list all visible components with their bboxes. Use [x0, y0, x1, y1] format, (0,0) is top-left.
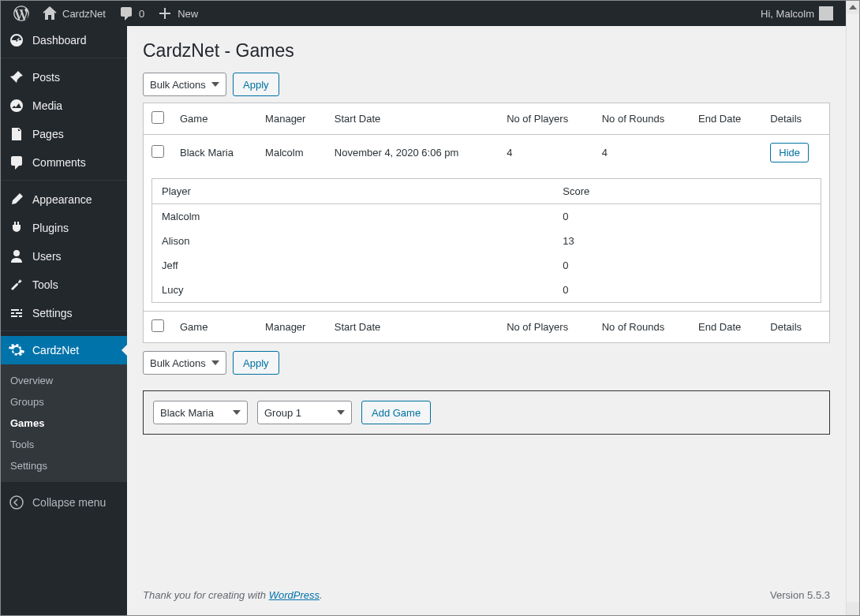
- sidebar-item-dashboard[interactable]: Dashboard: [1, 26, 127, 54]
- sliders-icon: [9, 305, 24, 321]
- sidebar-label: Tools: [32, 278, 58, 291]
- submenu-settings[interactable]: Settings: [1, 455, 127, 476]
- home-icon: [42, 6, 58, 21]
- collapse-label: Collapse menu: [32, 496, 106, 509]
- hide-button[interactable]: Hide: [770, 143, 809, 162]
- sidebar-label: CardzNet: [32, 344, 79, 357]
- submenu-games[interactable]: Games: [1, 413, 127, 434]
- avatar: [819, 6, 833, 21]
- media-icon: [9, 98, 24, 114]
- col-game: Game: [172, 103, 257, 135]
- my-account[interactable]: Hi, Malcolm: [754, 1, 839, 26]
- comments-count: 0: [139, 8, 144, 20]
- sidebar-label: Comments: [32, 156, 86, 169]
- col-rounds: No of Rounds: [594, 312, 690, 343]
- comment-icon: [9, 155, 24, 170]
- sidebar-item-comments[interactable]: Comments: [1, 148, 127, 177]
- cell-rounds: 4: [594, 135, 690, 171]
- sidebar-item-tools[interactable]: Tools: [1, 271, 127, 299]
- cell-score: 0: [553, 204, 821, 230]
- sidebar-item-plugins[interactable]: Plugins: [1, 214, 127, 242]
- submenu-tools[interactable]: Tools: [1, 434, 127, 455]
- cell-game: Black Maria: [172, 135, 257, 171]
- wp-logo[interactable]: [7, 1, 36, 26]
- col-game: Game: [172, 312, 257, 343]
- plug-icon: [9, 220, 24, 236]
- submenu-groups[interactable]: Groups: [1, 391, 127, 413]
- sidebar-item-media[interactable]: Media: [1, 91, 127, 120]
- admin-sidebar: Dashboard Posts Media Pages Comment: [1, 26, 127, 615]
- cell-player: Lucy: [152, 278, 554, 303]
- col-end-date: End Date: [690, 103, 762, 135]
- pin-icon: [9, 69, 24, 85]
- select-all-top[interactable]: [151, 111, 164, 124]
- sidebar-item-posts[interactable]: Posts: [1, 63, 127, 91]
- cell-player: Alison: [152, 229, 554, 253]
- tablenav-top: Bulk Actions Apply: [143, 73, 830, 96]
- details-row: Player Score Malcolm0 Alison13 Jeff0 Lu: [144, 170, 830, 312]
- sidebar-label: Plugins: [32, 222, 69, 234]
- add-game-button[interactable]: Add Game: [361, 401, 431, 424]
- col-rounds: No of Rounds: [594, 103, 690, 135]
- score-row: Jeff0: [152, 253, 821, 278]
- col-manager: Manager: [257, 103, 327, 135]
- collapse-icon: [9, 495, 24, 510]
- sidebar-item-users[interactable]: Users: [1, 242, 127, 271]
- col-start-date: Start Date: [327, 103, 499, 135]
- dashboard-icon: [9, 32, 24, 48]
- cell-player: Malcolm: [152, 204, 554, 230]
- svg-point-0: [10, 496, 23, 509]
- footer-suffix: .: [320, 589, 323, 601]
- sidebar-label: Posts: [32, 71, 60, 84]
- version-text: Version 5.5.3: [770, 589, 830, 601]
- apply-button-bottom[interactable]: Apply: [233, 351, 279, 375]
- score-row: Malcolm0: [152, 204, 821, 230]
- games-table: Game Manager Start Date No of Players No…: [143, 103, 830, 343]
- sidebar-label: Appearance: [32, 193, 92, 206]
- sidebar-label: Dashboard: [32, 34, 87, 47]
- greeting: Hi, Malcolm: [761, 8, 814, 20]
- col-start-date: Start Date: [327, 312, 499, 343]
- footer: Thank you for creating with WordPress. V…: [143, 575, 830, 615]
- wordpress-link[interactable]: WordPress: [269, 589, 320, 601]
- sidebar-label: Pages: [32, 128, 64, 140]
- cell-score: 0: [553, 253, 821, 278]
- col-manager: Manager: [257, 312, 327, 343]
- bulk-actions-select-bottom[interactable]: Bulk Actions: [143, 351, 226, 375]
- bulk-actions-select-top[interactable]: Bulk Actions: [143, 73, 226, 96]
- sidebar-item-appearance[interactable]: Appearance: [1, 185, 127, 214]
- scores-table: Player Score Malcolm0 Alison13 Jeff0 Lu: [151, 178, 821, 303]
- brush-icon: [9, 192, 24, 207]
- new-content-link[interactable]: New: [151, 1, 204, 26]
- cell-end-date: [690, 135, 762, 171]
- comments-link[interactable]: 0: [112, 1, 151, 26]
- footer-prefix: Thank you for creating with: [143, 589, 269, 601]
- collapse-menu[interactable]: Collapse menu: [1, 488, 127, 517]
- sidebar-label: Users: [32, 250, 62, 263]
- user-icon: [9, 248, 24, 264]
- submenu-overview[interactable]: Overview: [1, 370, 127, 391]
- cell-score: 13: [553, 229, 821, 253]
- site-name-link[interactable]: CardzNet: [36, 1, 112, 26]
- window-scrollbar[interactable]: [846, 1, 859, 615]
- site-name: CardzNet: [62, 8, 106, 20]
- col-players: No of Players: [499, 312, 594, 343]
- sidebar-item-settings[interactable]: Settings: [1, 299, 127, 327]
- page-title: CardzNet - Games: [143, 26, 830, 73]
- sidebar-item-pages[interactable]: Pages: [1, 120, 127, 148]
- comment-icon: [118, 6, 134, 21]
- cell-score: 0: [553, 278, 821, 303]
- new-label: New: [178, 8, 198, 20]
- apply-button-top[interactable]: Apply: [233, 73, 279, 96]
- select-all-bottom[interactable]: [151, 319, 164, 332]
- cell-manager: Malcolm: [257, 135, 327, 171]
- sidebar-item-cardznet[interactable]: CardzNet: [1, 336, 127, 364]
- wordpress-icon: [13, 6, 29, 21]
- score-row: Alison13: [152, 229, 821, 253]
- cell-player: Jeff: [152, 253, 554, 278]
- col-end-date: End Date: [690, 312, 762, 343]
- row-checkbox[interactable]: [151, 145, 164, 158]
- group-select[interactable]: Group 1: [257, 401, 352, 424]
- game-type-select[interactable]: Black Maria: [153, 401, 248, 424]
- col-details: Details: [762, 103, 829, 135]
